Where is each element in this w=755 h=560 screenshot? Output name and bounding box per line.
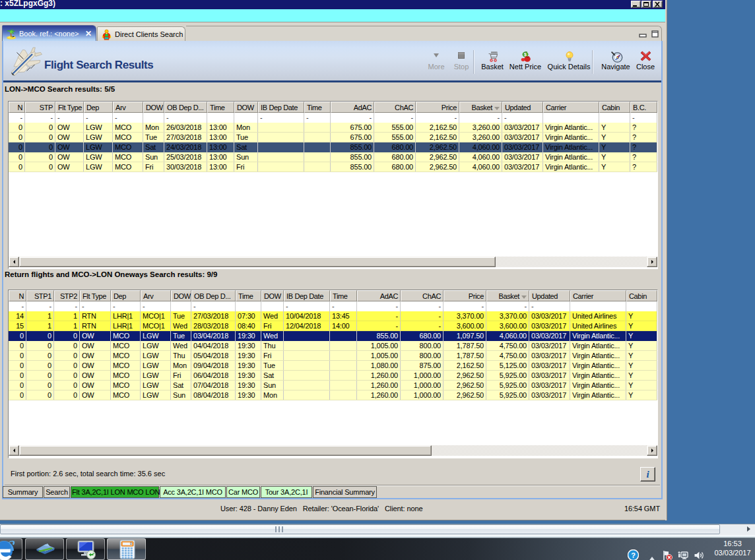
svg-text:0: 0: [130, 542, 132, 545]
svg-text:?: ?: [631, 551, 636, 559]
